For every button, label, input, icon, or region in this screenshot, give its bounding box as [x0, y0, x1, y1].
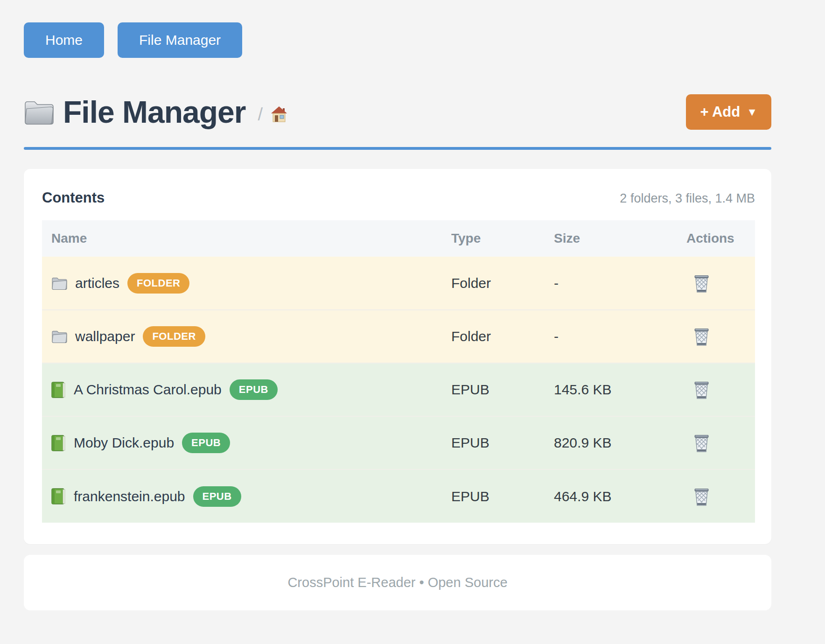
cell-actions — [686, 257, 755, 310]
table-row[interactable]: wallpaperFOLDERFolder- — [42, 310, 755, 363]
folder-icon — [51, 329, 67, 343]
add-button[interactable]: + Add ▼ — [686, 94, 771, 130]
cell-actions — [686, 363, 755, 416]
page: Home File Manager Fi — [0, 0, 825, 610]
book-icon — [51, 435, 66, 451]
top-navigation: Home File Manager — [24, 22, 771, 58]
file-name[interactable]: articles — [75, 275, 119, 291]
file-table-head: Name Type Size Actions — [42, 220, 755, 257]
trash-icon — [693, 433, 710, 453]
cell-size: 464.9 KB — [554, 469, 686, 523]
cell-type: EPUB — [451, 416, 554, 469]
page-title: File Manager — [63, 94, 245, 130]
type-badge: EPUB — [230, 379, 278, 400]
file-table: Name Type Size Actions articlesFOLDERFol… — [42, 220, 755, 523]
file-name-cell: articlesFOLDER — [42, 273, 451, 294]
nav-button-file-manager[interactable]: File Manager — [118, 22, 242, 58]
contents-heading: Contents — [42, 189, 105, 206]
type-badge: EPUB — [193, 486, 241, 507]
cell-type: EPUB — [451, 363, 554, 416]
contents-card: Contents 2 folders, 3 files, 1.4 MB Name… — [24, 169, 771, 544]
cell-actions — [686, 416, 755, 469]
chevron-down-icon: ▼ — [747, 106, 757, 119]
footer-text: CrossPoint E-Reader • Open Source — [287, 575, 507, 590]
type-badge: FOLDER — [143, 326, 205, 347]
contents-card-header: Contents 2 folders, 3 files, 1.4 MB — [42, 189, 755, 206]
column-header-actions: Actions — [686, 220, 755, 257]
folder-icon — [24, 98, 54, 126]
file-name-cell: A Christmas Carol.epubEPUB — [42, 379, 451, 400]
table-row[interactable]: A Christmas Carol.epubEPUBEPUB145.6 KB — [42, 363, 755, 416]
file-name-cell: wallpaperFOLDER — [42, 326, 451, 347]
table-row[interactable]: frankenstein.epubEPUBEPUB464.9 KB — [42, 469, 755, 523]
contents-summary: 2 folders, 3 files, 1.4 MB — [620, 191, 755, 206]
file-name[interactable]: Moby Dick.epub — [74, 435, 174, 451]
cell-type: Folder — [451, 257, 554, 310]
file-name[interactable]: A Christmas Carol.epub — [74, 382, 222, 398]
delete-button[interactable] — [686, 433, 710, 453]
table-row[interactable]: articlesFOLDERFolder- — [42, 257, 755, 310]
table-body: articlesFOLDERFolder-wallpaperFOLDERFold… — [42, 257, 755, 523]
trash-icon — [693, 327, 710, 346]
trash-icon — [693, 273, 710, 293]
folder-icon — [51, 276, 67, 290]
type-badge: FOLDER — [127, 273, 189, 294]
book-icon — [51, 488, 66, 504]
title-group: File Manager / — [24, 94, 288, 130]
cell-type: EPUB — [451, 469, 554, 523]
delete-button[interactable] — [686, 327, 710, 346]
home-icon[interactable] — [270, 105, 288, 123]
delete-button[interactable] — [686, 380, 710, 399]
column-header-name: Name — [42, 220, 451, 257]
cell-size: - — [554, 310, 686, 363]
file-name[interactable]: frankenstein.epub — [74, 489, 185, 504]
footer: CrossPoint E-Reader • Open Source — [24, 555, 771, 610]
cell-actions — [686, 469, 755, 523]
file-name-cell: frankenstein.epubEPUB — [42, 486, 451, 507]
file-name[interactable]: wallpaper — [75, 329, 135, 344]
column-header-type: Type — [451, 220, 554, 257]
cell-size: 820.9 KB — [554, 416, 686, 469]
delete-button[interactable] — [686, 487, 710, 506]
cell-type: Folder — [451, 310, 554, 363]
table-row[interactable]: Moby Dick.epubEPUBEPUB820.9 KB — [42, 416, 755, 469]
cell-size: 145.6 KB — [554, 363, 686, 416]
trash-icon — [693, 380, 710, 399]
column-header-size: Size — [554, 220, 686, 257]
page-header: File Manager / + Add ▼ — [24, 94, 771, 130]
type-badge: EPUB — [182, 433, 230, 453]
file-name-cell: Moby Dick.epubEPUB — [42, 433, 451, 453]
trash-icon — [693, 487, 710, 506]
title-underline — [24, 147, 771, 150]
delete-button[interactable] — [686, 273, 710, 293]
cell-size: - — [554, 257, 686, 310]
breadcrumb-separator: / — [258, 105, 263, 125]
add-button-label: + Add — [700, 104, 740, 120]
cell-actions — [686, 310, 755, 363]
nav-button-home[interactable]: Home — [24, 22, 104, 58]
book-icon — [51, 382, 66, 398]
